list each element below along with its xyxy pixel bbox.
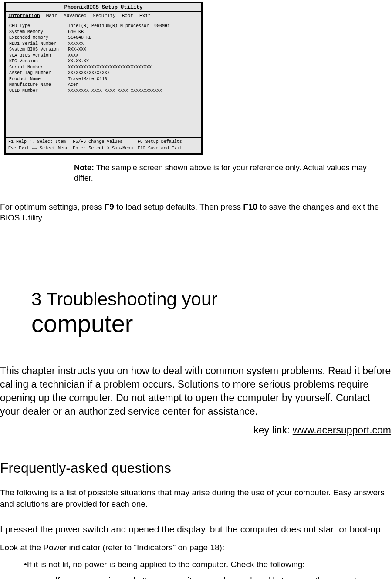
faq-intro: The following is a list of possible situ… [0,487,392,509]
faq-question-1: I pressed the power switch and opened th… [0,523,392,535]
key-f9: F9 [105,202,114,211]
bios-value: TravelMate C110 [68,76,107,82]
bios-value: XXXXXXXX-XXXX-XXXX-XXXX-XXXXXXXXXXXX [68,88,162,94]
bios-label: VGA BIOS Version [9,53,68,59]
note-label: Note: [74,163,94,172]
chapter-body: This chapter instructs you on how to dea… [0,364,392,418]
keylink-url[interactable]: www.acersupport.com [293,424,391,436]
bios-value: Acer [68,82,78,88]
bios-label: Extended Memory [9,35,68,41]
bios-menu-advanced: Advanced [64,13,87,19]
bios-label: Asset Tag Number [9,70,68,76]
bios-menu-exit: Exit [139,13,151,19]
chapter-heading-line1: 3 Troubleshooting your [31,289,392,310]
note-text: The sample screen shown above is for you… [74,163,367,183]
bios-value: XXXXXXXXXXXXXXXX [68,70,110,76]
bios-menu-security: Security [93,13,116,19]
key-f10: F10 [243,202,257,211]
bios-footer-cell: F9 Setup Defaults [138,139,199,145]
bios-screenshot: PhoenixBIOS Setup Utility Information Ma… [4,2,203,155]
bios-footer-cell: F1 Help ↑↓ Select Item [8,139,69,145]
bios-value: XX.XX.XX [68,58,89,64]
faq-heading: Frequently-asked questions [0,459,392,477]
optimum-mid: to load setup defaults. Then press [114,202,243,211]
bios-menu-main: Main [46,13,57,19]
bios-label: Serial Number [9,64,68,71]
bios-value: XXXX [68,53,78,59]
bios-footer: F1 Help ↑↓ Select Item F5/F6 Change Valu… [6,138,201,153]
optimum-paragraph: For optimum settings, press F9 to load s… [0,201,392,223]
bios-label: HDD1 Serial Number [9,41,68,47]
chapter-heading-line2: computer [31,310,392,338]
bios-label: KBC Version [9,58,68,64]
bios-value: XXXXXXXXXXXXXXXXXXXXXXXXXXXXXXXX [68,64,152,71]
faq-bullet-level2: •If you are running on battery power, it… [52,575,392,579]
bios-value: 514048 KB [68,35,91,41]
bios-footer-cell: Esc Exit ←→ Select Menu [8,146,69,152]
bios-value: XXXXXX [68,41,84,47]
bios-body: CPU TypeIntel(R) Pentium(R) M processor … [6,20,201,138]
bios-label: System Memory [9,29,68,35]
faq-answer-1: Look at the Power indicator (refer to "I… [0,542,392,553]
bios-footer-cell: Enter Select > Sub-Menu [73,146,134,152]
keylink-label: key link: [253,424,292,436]
bios-footer-cell: F5/F6 Change Values [73,139,134,145]
bios-label: Manufacture Name [9,82,68,88]
bios-menu-information: Information [8,13,40,19]
bios-label: System BIOS Version [9,47,68,53]
keylink-line: key link: www.acersupport.com [0,423,392,437]
bios-value: 640 KB [68,29,84,35]
bios-value: Intel(R) Pentium(R) M processor 900MHz [68,23,170,29]
chapter-heading: 3 Troubleshooting your computer [31,289,392,338]
faq-bullet-level1: •If it is not lit, no power is being app… [24,559,392,570]
bios-label: CPU Type [9,23,68,29]
bios-menu-boot: Boot [122,13,133,19]
bios-menu-bar: Information Main Advanced Security Boot … [6,12,201,20]
optimum-pre: For optimum settings, press [0,202,105,211]
note-line: Note: The sample screen shown above is f… [74,163,388,184]
bios-footer-cell: F10 Save and Exit [138,146,199,152]
bios-value: RXX-XXX [68,47,86,53]
bios-label: Product Name [9,76,68,82]
bios-label: UUID Number [9,88,68,94]
bios-title: PhoenixBIOS Setup Utility [6,3,201,12]
